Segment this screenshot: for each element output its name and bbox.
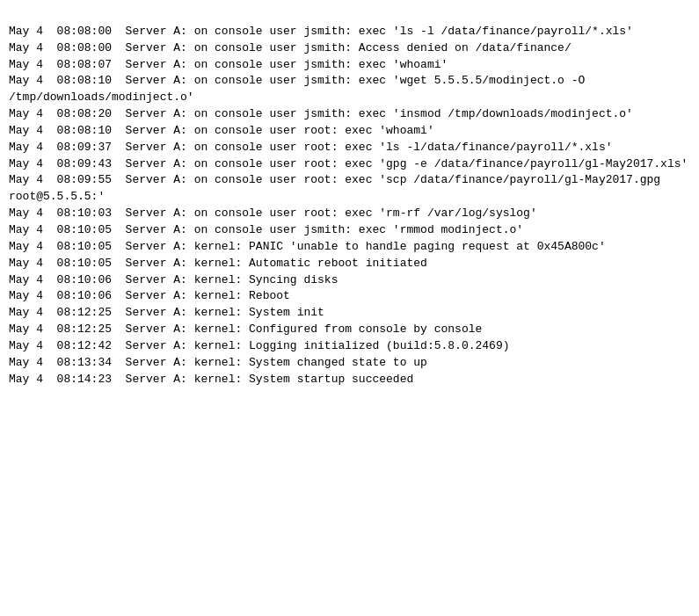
log-line: May 4 08:10:05 Server A: kernel: Automat…: [9, 256, 690, 272]
log-line: May 4 08:08:00 Server A: on console user…: [9, 24, 690, 40]
log-line: May 4 08:08:00 Server A: on console user…: [9, 40, 690, 57]
log-line: May 4 08:14:23 Server A: kernel: System …: [9, 372, 690, 388]
log-line: May 4 08:09:37 Server A: on console user…: [9, 140, 690, 156]
log-line: May 4 08:08:10 Server A: on console user…: [9, 123, 690, 140]
log-line: May 4 08:12:42 Server A: kernel: Logging…: [9, 338, 690, 355]
log-line: May 4 08:10:03 Server A: on console user…: [9, 206, 690, 222]
log-line: May 4 08:08:20 Server A: on console user…: [9, 106, 690, 123]
log-line: May 4 08:10:05 Server A: kernel: PANIC '…: [9, 239, 690, 256]
log-line: May 4 08:10:05 Server A: on console user…: [9, 222, 690, 239]
log-line: May 4 08:08:10 Server A: on console user…: [9, 73, 690, 106]
log-line: May 4 08:09:55 Server A: on console user…: [9, 172, 690, 206]
log-output: May 4 08:08:00 Server A: on console user…: [9, 7, 690, 388]
log-line: May 4 08:10:06 Server A: kernel: Reboot: [9, 288, 690, 305]
log-line: May 4 08:10:06 Server A: kernel: Syncing…: [9, 272, 690, 289]
log-line: May 4 08:09:43 Server A: on console user…: [9, 156, 690, 173]
log-line: May 4 08:13:34 Server A: kernel: System …: [9, 355, 690, 372]
log-line: May 4 08:12:25 Server A: kernel: System …: [9, 305, 690, 322]
log-line: May 4 08:12:25 Server A: kernel: Configu…: [9, 322, 690, 338]
log-line: May 4 08:08:07 Server A: on console user…: [9, 57, 690, 74]
